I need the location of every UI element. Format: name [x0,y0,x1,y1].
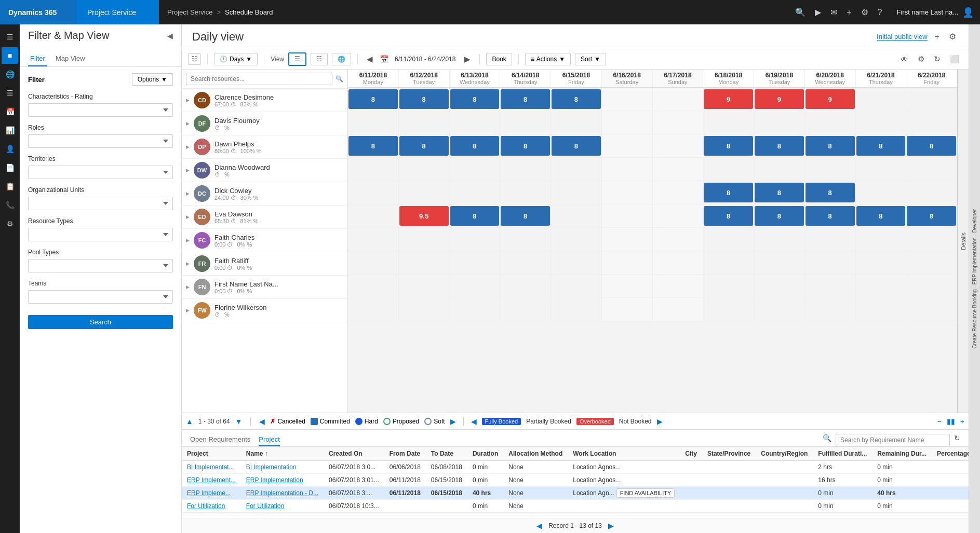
schedule-cell[interactable]: 8 [754,134,805,157]
schedule-cell[interactable] [856,88,907,111]
expand-icon[interactable]: ▶ [186,168,190,173]
schedule-cell[interactable] [500,158,551,181]
schedule-cell[interactable] [754,275,805,297]
schedule-cell[interactable] [653,228,704,251]
schedule-cell[interactable]: 8 [348,134,399,157]
schedule-cell[interactable] [551,228,602,251]
schedule-cell[interactable]: 8 [703,134,754,157]
resource-types-select[interactable] [28,228,173,241]
schedule-cell[interactable]: 8 [703,181,754,204]
booking-block[interactable]: 8 [704,136,753,156]
schedule-cell[interactable] [450,111,501,134]
add-nav-icon[interactable]: + [847,8,851,17]
booking-block[interactable]: 8 [907,136,956,156]
document-icon[interactable]: 📄 [2,159,18,176]
resource-row[interactable]: ▶ DW Dianna Woodward ⏱ % [182,159,347,182]
filter-tab-map[interactable]: Map View [53,51,87,66]
settings-nav-icon[interactable]: ⚙ [861,7,868,17]
org-units-select[interactable] [28,197,173,210]
pool-types-select[interactable] [28,259,173,272]
settings-side-icon[interactable]: ⚙ [2,215,18,232]
report-icon[interactable]: 📋 [2,178,18,195]
schedule-cell[interactable] [450,181,501,204]
refresh-bottom-icon[interactable]: ↻ [954,434,960,446]
question-nav-icon[interactable]: ? [878,8,882,17]
add-view-button[interactable]: + [933,30,942,44]
expand-icon[interactable]: ▶ [186,238,190,243]
days-button[interactable]: 🕐 Days ▼ [214,53,258,65]
prev-date-button[interactable]: ◀ [364,53,375,65]
schedule-cell[interactable]: 8 [450,88,501,111]
pager-prev-2[interactable]: ◀ [471,417,477,426]
resource-row[interactable]: ▶ FN First Name Last Na... 0:00 ⏱ 0% % [182,276,347,299]
resource-row[interactable]: ▶ DC Dick Cowley 24:00 ⏱ 30% % [182,182,347,206]
expand-icon[interactable]: ▶ [186,261,190,266]
schedule-cell[interactable] [906,298,957,321]
pager-next-2[interactable]: ▶ [657,417,663,426]
schedule-cell[interactable] [906,275,957,297]
schedule-cell[interactable]: 8 [500,88,551,111]
booking-block[interactable]: 8 [348,136,398,156]
schedule-cell[interactable] [805,275,856,297]
schedule-cell[interactable] [703,275,754,297]
schedule-cell[interactable]: 8 [906,134,957,157]
grid-layout-button[interactable]: ☷ [188,53,201,65]
schedule-cell[interactable] [703,158,754,181]
schedule-cell[interactable] [602,158,653,181]
schedule-cell[interactable] [703,251,754,274]
project-link[interactable]: BI Implementat... [187,463,234,471]
resource-row[interactable]: ▶ FC Faith Charles 0:00 ⏱ 0% % [182,229,347,252]
booking-block[interactable]: 8 [399,136,449,156]
phone-icon[interactable]: 📞 [2,197,18,213]
schedule-cell[interactable] [551,181,602,204]
expand-icon[interactable]: ▶ [186,98,190,103]
dashboard-icon[interactable]: ■ [2,47,18,64]
schedule-cell[interactable] [754,158,805,181]
tab-open-requirements[interactable]: Open Requirements [190,433,250,446]
schedule-cell[interactable] [754,298,805,321]
schedule-cell[interactable] [653,158,704,181]
eye-icon[interactable]: 👁 [898,53,911,65]
booking-block[interactable]: 8 [755,206,804,226]
schedule-cell[interactable] [856,298,907,321]
schedule-cell[interactable]: 8 [856,134,907,157]
schedule-cell[interactable]: 8 [703,204,754,227]
schedule-cell[interactable] [348,251,399,274]
booking-block[interactable]: 8 [704,206,753,226]
schedule-cell[interactable] [500,251,551,274]
search-icon[interactable]: 🔍 [795,7,806,17]
resource-row[interactable]: ▶ ED Eva Dawson 65:30 ⏱ 81% % [182,206,347,229]
resource-row[interactable]: ▶ DF Davis Flournoy ⏱ % [182,112,347,135]
schedule-cell[interactable] [500,298,551,321]
schedule-cell[interactable]: 8 [500,134,551,157]
resource-row[interactable]: ▶ CD Clarence Desimone 67:00 ⏱ 83% % [182,89,347,112]
schedule-cell[interactable] [906,181,957,204]
resource-search-input[interactable] [186,73,332,85]
schedule-cell[interactable]: 8 [450,134,501,157]
menu-icon[interactable]: ☰ [2,29,18,45]
view-label[interactable]: Initial public view [877,33,928,41]
schedule-cell[interactable]: 8 [500,204,551,227]
schedule-cell[interactable] [856,111,907,134]
teams-select[interactable] [28,290,173,304]
schedule-cell[interactable] [602,298,653,321]
schedule-cell[interactable]: 8 [551,134,602,157]
booking-block[interactable]: 8 [755,183,804,202]
name-link[interactable]: For Utilization [246,502,284,510]
schedule-cell[interactable] [551,251,602,274]
schedule-cell[interactable] [906,251,957,274]
schedule-cell[interactable] [856,158,907,181]
next-page-button[interactable]: ▶ [608,522,614,530]
schedule-cell[interactable] [906,228,957,251]
expand-icon[interactable]: ▶ [186,191,190,196]
schedule-cell[interactable]: 9 [703,88,754,111]
schedule-cell[interactable] [450,298,501,321]
expand-icon[interactable]: ▶ [186,214,190,220]
booking-block[interactable]: 9.5 [399,206,449,226]
schedule-cell[interactable] [856,228,907,251]
schedule-cell[interactable] [450,251,501,274]
schedule-cell[interactable] [500,275,551,297]
schedule-cell[interactable] [653,204,704,227]
schedule-cell[interactable] [805,158,856,181]
name-link[interactable]: ERP Implementation - D... [246,489,318,497]
